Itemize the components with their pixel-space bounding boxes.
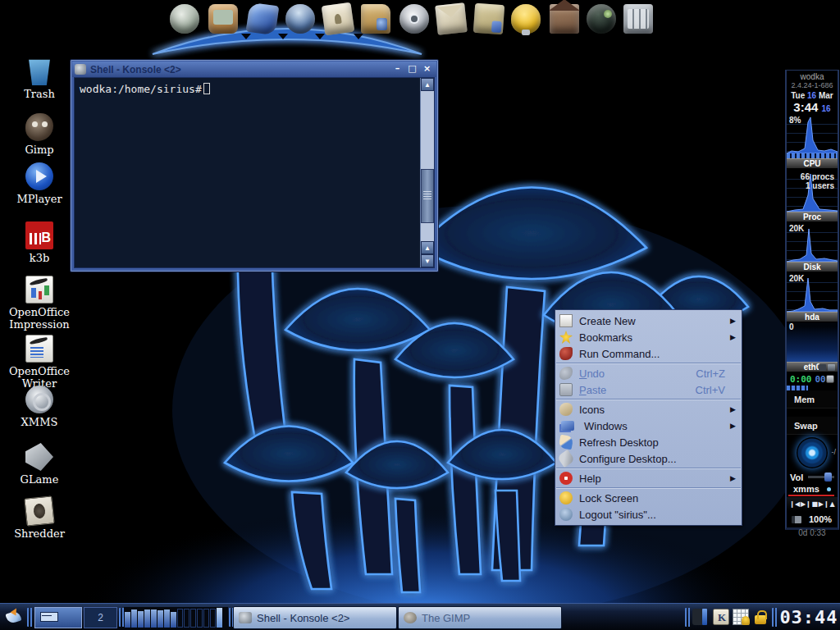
dock-icon-globe-app[interactable] — [285, 4, 315, 34]
volume-knob[interactable] — [824, 472, 832, 482]
minimize-button[interactable]: – — [390, 63, 404, 75]
menu-item-help[interactable]: Help — [555, 470, 742, 486]
tray-organizer-icon[interactable] — [733, 609, 749, 625]
panel-handle[interactable] — [685, 608, 691, 627]
battery-percent: 100% — [808, 514, 833, 524]
desktop-icon-k3b[interactable]: k3b — [2, 221, 77, 264]
close-button[interactable]: × — [420, 63, 434, 75]
dock-icon-document-keyhole[interactable] — [322, 2, 355, 36]
xmms-row[interactable]: xmms — [787, 483, 838, 497]
menu-item-icons[interactable]: Icons — [555, 401, 742, 418]
context-menu: Create New Bookmarks Run Command... Undo… — [555, 309, 742, 526]
timer-button[interactable] — [826, 375, 834, 383]
menu-item-bookmarks[interactable]: Bookmarks — [555, 329, 742, 345]
taskbar-clock[interactable]: 03:44 — [778, 604, 840, 630]
desktop-icon-xmms[interactable]: XMMS — [2, 386, 77, 428]
desktop-icon-trash[interactable]: Trash — [2, 57, 77, 100]
swap-panel[interactable]: Swap — [787, 417, 838, 435]
scroll-up-icon[interactable]: ▲ — [421, 78, 434, 91]
play-button[interactable] — [801, 501, 811, 508]
taskbar-button-konsole[interactable]: Shell - Konsole <2> — [233, 606, 397, 629]
proc-section-header[interactable]: Proc — [787, 212, 838, 222]
cpu-chart[interactable]: 8% — [787, 116, 838, 153]
dock-icon-dark-creature[interactable] — [587, 4, 616, 34]
desktop-icon-glame[interactable]: GLame — [2, 443, 77, 486]
scroll-down-icon[interactable]: ▼ — [421, 254, 434, 267]
prev-button[interactable] — [789, 501, 800, 508]
menu-item-create-new[interactable]: Create New — [555, 313, 742, 329]
menu-item-paste[interactable]: Paste Ctrl+V — [555, 381, 742, 398]
level-meter-applet[interactable] — [124, 607, 228, 628]
date-display[interactable]: Tue 16 Mar — [787, 89, 838, 100]
shredder-icon — [24, 495, 54, 526]
panel-handle[interactable] — [772, 608, 778, 627]
hda-section-header[interactable]: hda — [787, 312, 838, 322]
scrollbar-track[interactable] — [421, 91, 434, 241]
scroll-up-icon[interactable]: ▲ — [421, 241, 434, 254]
kmenu-button[interactable] — [3, 607, 25, 627]
menu-item-configure-desktop[interactable]: Configure Desktop... — [555, 450, 742, 467]
desktop-icon-oowriter[interactable]: OpenOffice Writer — [2, 335, 77, 390]
cpu-section-header[interactable]: CPU — [787, 158, 838, 169]
hda-chart[interactable]: 0 — [787, 322, 838, 362]
dock-icon-calculator-pad[interactable] — [623, 4, 653, 34]
dock-icon-tv-viewer[interactable] — [208, 4, 238, 34]
menu-item-lock-screen[interactable]: Lock Screen — [555, 490, 742, 506]
menu-item-run-command[interactable]: Run Command... — [555, 345, 742, 362]
scrollbar-thumb[interactable] — [421, 169, 434, 223]
panel-handle[interactable] — [27, 608, 33, 627]
mem-panel[interactable]: Mem — [787, 390, 838, 409]
procs-count: 66 procs — [801, 172, 834, 181]
maximize-button[interactable]: □ — [405, 63, 419, 75]
menu-separator — [556, 487, 741, 489]
proc-load-chart[interactable]: 20K — [787, 224, 838, 262]
tray-mixer-icon[interactable] — [692, 609, 709, 625]
desktop-icon-gimp[interactable]: Gimp — [2, 113, 77, 156]
dock-indicator-triangle — [315, 34, 325, 39]
dock-indicator-triangle — [278, 34, 288, 39]
tray-lock-icon[interactable] — [752, 609, 769, 625]
net-timer[interactable]: 0:00 00 — [787, 372, 838, 386]
dock-indicator-triangle — [241, 34, 251, 39]
dock-icon-money-finance[interactable] — [473, 3, 504, 34]
pager-desktop-2[interactable]: 2 — [84, 607, 117, 628]
scrollbar[interactable]: ▲ ▲ ▼ — [420, 78, 434, 267]
radar-plugin[interactable]: -/ — [787, 435, 838, 471]
desktop-icon-mplayer[interactable]: MPlayer — [2, 162, 77, 205]
konsole-window: Shell - Konsole <2> – □ × wodka:/home/si… — [70, 59, 439, 272]
taskbar-button-gimp[interactable]: The GIMP — [398, 606, 562, 629]
power-plug-icon — [792, 516, 801, 523]
stop-button[interactable] — [812, 501, 819, 508]
dock-icon-control-center-gear[interactable] — [170, 4, 199, 34]
refresh-brush-icon — [559, 435, 574, 450]
eth0-section-header[interactable]: eth0 — [787, 362, 838, 372]
terminal-output[interactable]: wodka:/home/sirius# — [75, 78, 420, 267]
kernel-version-label: 2.4.24-1-686 — [787, 81, 838, 89]
system-monitor-panel: wodka 2.4.24-1-686 Tue 16 Mar 3:44 16 8%… — [785, 70, 839, 530]
disk-scale-label: 20K — [789, 274, 804, 283]
menu-item-logout[interactable]: Logout "sirius"... — [555, 506, 742, 523]
clock-display[interactable]: 3:44 16 — [787, 100, 838, 114]
xmms-icon — [25, 386, 53, 413]
disk-chart[interactable]: 20K — [787, 274, 838, 312]
desktop-icon-label: k3b — [2, 252, 77, 264]
pager-desktop-1[interactable] — [34, 607, 82, 628]
proc-chart[interactable]: 66 procs1 users — [787, 171, 838, 212]
desktop-icon-shredder[interactable]: Shredder — [2, 497, 77, 540]
dock-icon-cd-rom[interactable] — [399, 4, 429, 34]
dock-icon-folder-files[interactable] — [361, 4, 390, 34]
dock-icon-mail-envelope[interactable] — [435, 2, 468, 35]
menu-item-undo[interactable]: Undo Ctrl+Z — [555, 365, 742, 381]
eject-button[interactable] — [829, 501, 834, 508]
desktop-icon-ooimpression[interactable]: OpenOffice Impression — [2, 276, 77, 331]
dock-icon-home-house[interactable] — [550, 4, 579, 34]
menu-item-windows[interactable]: Windows — [555, 418, 742, 434]
volume-slider[interactable] — [808, 476, 834, 478]
next-button[interactable] — [819, 501, 829, 508]
menu-item-refresh-desktop[interactable]: Refresh Desktop — [555, 434, 742, 450]
window-titlebar[interactable]: Shell - Konsole <2> – □ × — [72, 62, 436, 77]
icons-palette-icon — [559, 403, 573, 416]
tray-klipper-icon[interactable] — [713, 609, 729, 625]
disk-section-header[interactable]: Disk — [787, 262, 838, 272]
dock-icon-lightbulb-ideas[interactable] — [511, 4, 541, 34]
